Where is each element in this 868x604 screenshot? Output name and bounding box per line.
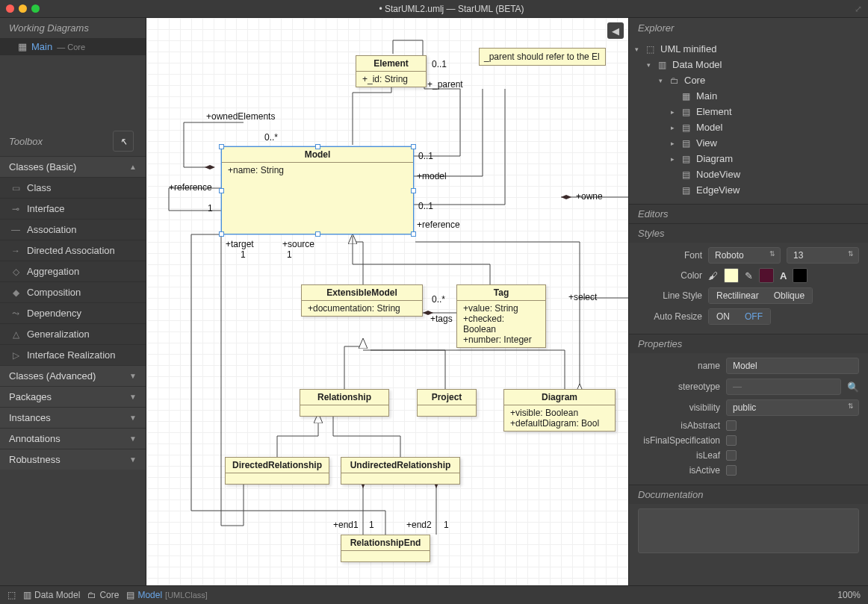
uml-class-directedrelationship[interactable]: DirectedRelationship — [225, 457, 329, 485]
assoc-label: +source — [282, 239, 314, 249]
breadcrumb-datamodel[interactable]: ▥Data Model — [23, 590, 80, 600]
expand-icon[interactable]: ⤢ — [855, 4, 862, 14]
pencil-icon[interactable]: ✎ — [745, 270, 753, 281]
search-icon[interactable]: 🔍 — [847, 382, 859, 393]
linestyle-oblique[interactable]: Oblique — [766, 288, 812, 303]
tree-item[interactable]: ▸▤Diagram — [635, 151, 862, 166]
working-diagram-item[interactable]: ▦ Main — Core — [0, 38, 146, 55]
selection-handle[interactable] — [219, 231, 224, 237]
toolbox-header: Toolbox ↖ — [0, 126, 146, 156]
line-color-swatch[interactable] — [759, 268, 774, 283]
tree-item[interactable]: ▦Main — [635, 88, 862, 104]
breadcrumb-root[interactable]: ⬚ — [7, 590, 16, 600]
font-family-select[interactable]: Roboto⇅ — [708, 247, 781, 264]
toolbox-section-annotations[interactable]: Annotations▼ — [0, 428, 146, 449]
uml-class-extensiblemodel[interactable]: ExtensibleModel +documentation: String — [301, 284, 423, 317]
toggle-sidebar-icon[interactable]: ◀ — [607, 22, 624, 39]
selection-handle[interactable] — [411, 144, 416, 149]
selection-handle[interactable] — [411, 188, 416, 193]
tree-item[interactable]: ▸▤Model — [635, 119, 862, 135]
toolbox-section-classes-advanced[interactable]: Classes (Advanced)▼ — [0, 365, 146, 386]
linestyle-rectilinear[interactable]: Rectilinear — [709, 288, 766, 303]
prop-isabstract-checkbox[interactable] — [726, 420, 737, 431]
tool-aggregation[interactable]: ◇Aggregation — [0, 261, 146, 281]
prop-stereotype-input[interactable]: — — [726, 379, 841, 395]
diagram-icon: ▦ — [682, 91, 692, 102]
prop-name-input[interactable]: Model — [726, 358, 859, 374]
selection-handle[interactable] — [411, 231, 416, 237]
tree-item[interactable]: ▤EdgeView — [635, 182, 862, 198]
tree-item[interactable]: ▤NodeView — [635, 166, 862, 182]
autoresize-on[interactable]: ON — [709, 309, 737, 324]
tree-item[interactable]: ▾⬚UML minified — [635, 41, 862, 57]
uml-class-project[interactable]: Project — [417, 389, 477, 417]
close-window-icon[interactable] — [6, 4, 14, 13]
toolbox-section-packages[interactable]: Packages▼ — [0, 386, 146, 407]
toolbox-section-instances[interactable]: Instances▼ — [0, 407, 146, 428]
text-color-swatch[interactable] — [793, 268, 807, 283]
class-icon: ▤ — [682, 138, 692, 149]
uml-class-diagram[interactable]: Diagram +visible: Boolean +defaultDiagra… — [503, 389, 616, 432]
aggregation-icon: ◇ — [10, 267, 21, 277]
tool-interface-realization[interactable]: ▷Interface Realization — [0, 344, 146, 365]
text-color-icon[interactable]: A — [780, 270, 787, 281]
tool-interface[interactable]: ⊸Interface — [0, 198, 146, 219]
tree-item[interactable]: ▸▤View — [635, 135, 862, 151]
prop-isfinal-label: isFinalSpecification — [638, 435, 720, 446]
prop-isleaf-checkbox[interactable] — [726, 450, 737, 461]
caret-right-icon: ▸ — [671, 140, 678, 147]
diagram-canvas[interactable]: ◀ — [146, 18, 629, 585]
linestyle-toggle[interactable]: Rectilinear Oblique — [708, 287, 813, 304]
toolbox-items-list: ▭Class ⊸Interface —Association →Directed… — [0, 177, 146, 365]
selection-handle[interactable] — [219, 188, 224, 193]
toolbox-section-classes-basic[interactable]: Classes (Basic) ▲ — [0, 156, 146, 177]
prop-isactive-checkbox[interactable] — [726, 465, 737, 476]
tool-association[interactable]: —Association — [0, 219, 146, 240]
color-label: Color — [638, 270, 702, 281]
tree-item[interactable]: ▸▤Element — [635, 104, 862, 119]
uml-class-relationship[interactable]: Relationship — [300, 389, 389, 417]
autoresize-toggle[interactable]: ON OFF — [708, 308, 771, 325]
selection-handle[interactable] — [315, 231, 320, 237]
uml-class-relationshipend[interactable]: RelationshipEnd — [341, 535, 430, 562]
directed-association-icon: → — [10, 246, 21, 256]
toolbox-section-robustness[interactable]: Robustness▼ — [0, 449, 146, 470]
maximize-window-icon[interactable] — [31, 4, 40, 13]
selection-handle[interactable] — [315, 144, 320, 149]
class-icon: ▭ — [10, 183, 21, 193]
fill-color-swatch[interactable] — [724, 268, 739, 283]
prop-isfinal-checkbox[interactable] — [726, 435, 737, 446]
prop-isleaf-label: isLeaf — [638, 450, 720, 461]
left-sidebar: Working Diagrams ▦ Main — Core Toolbox ↖… — [0, 18, 146, 585]
documentation-textarea[interactable] — [638, 508, 859, 553]
uml-note[interactable]: _parent should refer to the El — [479, 48, 606, 66]
selection-handle[interactable] — [219, 144, 224, 149]
assoc-label: +_parent — [427, 79, 463, 90]
autoresize-off[interactable]: OFF — [737, 309, 770, 324]
uml-class-element[interactable]: Element +_id: String — [356, 55, 427, 87]
uml-class-model[interactable]: Model +name: String — [221, 146, 414, 234]
breadcrumb-core[interactable]: 🗀Core — [87, 590, 119, 600]
tool-class[interactable]: ▭Class — [0, 177, 146, 198]
tool-dependency[interactable]: ⤳Dependency — [0, 302, 146, 323]
pointer-tool-icon[interactable]: ↖ — [113, 131, 134, 152]
prop-visibility-select[interactable]: public⇅ — [726, 399, 859, 416]
multiplicity-label: 0..1 — [432, 59, 447, 69]
color-picker-icon[interactable]: 🖌 — [708, 270, 718, 281]
font-size-select[interactable]: 13⇅ — [787, 247, 859, 264]
tool-generalization[interactable]: △Generalization — [0, 323, 146, 344]
breadcrumb-model[interactable]: ▤Model[UMLClass] — [126, 590, 208, 600]
tool-directed-association[interactable]: →Directed Association — [0, 240, 146, 261]
explorer-tree: ▾⬚UML minified ▾▥Data Model ▾🗀Core ▦Main… — [629, 38, 868, 204]
uml-class-undirectedrelationship[interactable]: UndirectedRelationship — [341, 457, 460, 485]
tool-composition[interactable]: ◆Composition — [0, 281, 146, 302]
tree-item[interactable]: ▾🗀Core — [635, 72, 862, 88]
cube-icon: ⬚ — [7, 590, 16, 600]
properties-header: Properties — [629, 334, 868, 353]
minimize-window-icon[interactable] — [19, 4, 27, 13]
zoom-level[interactable]: 100% — [837, 590, 861, 600]
tree-item[interactable]: ▾▥Data Model — [635, 57, 862, 72]
uml-class-tag[interactable]: Tag +value: String +checked: Boolean +nu… — [456, 284, 546, 348]
caret-right-icon: ▸ — [671, 108, 678, 116]
multiplicity-label: 0..* — [264, 132, 278, 143]
